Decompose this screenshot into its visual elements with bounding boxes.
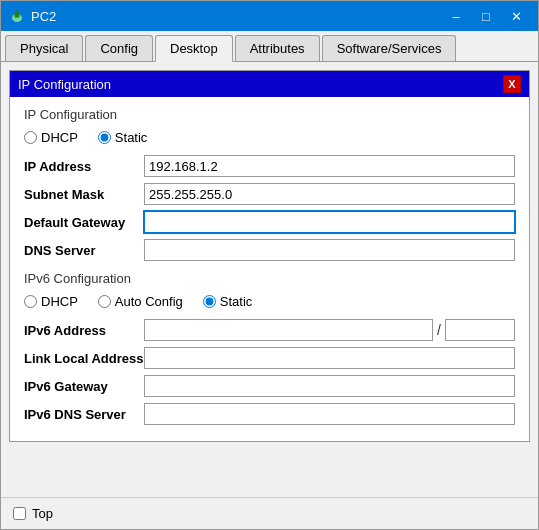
ipv6-gateway-row: IPv6 Gateway [24, 375, 515, 397]
ipv6-dns-server-label: IPv6 DNS Server [24, 407, 144, 422]
ipv6-auto-config-option[interactable]: Auto Config [98, 294, 183, 309]
ipv6-address-suffix-input[interactable] [445, 319, 515, 341]
tab-content: IP Configuration X IP Configuration DHCP… [1, 62, 538, 497]
ipv6-address-inputs: / [144, 319, 515, 341]
ipv6-dns-server-input[interactable] [144, 403, 515, 425]
default-gateway-row: Default Gateway [24, 211, 515, 233]
tab-desktop[interactable]: Desktop [155, 35, 233, 62]
main-window: PC2 – □ ✕ Physical Config Desktop Attrib… [0, 0, 539, 530]
ipv4-dhcp-option[interactable]: DHCP [24, 130, 78, 145]
dialog-close-button[interactable]: X [503, 75, 521, 93]
dialog-title: IP Configuration [18, 77, 111, 92]
ipv4-dhcp-label: DHCP [41, 130, 78, 145]
subnet-mask-input[interactable] [144, 183, 515, 205]
ipv4-section-label: IP Configuration [24, 107, 515, 122]
minimize-button[interactable]: – [442, 5, 470, 27]
ipv4-static-label: Static [115, 130, 148, 145]
subnet-mask-label: Subnet Mask [24, 187, 144, 202]
tab-software-services[interactable]: Software/Services [322, 35, 457, 61]
ipv6-dns-server-row: IPv6 DNS Server [24, 403, 515, 425]
tab-bar: Physical Config Desktop Attributes Softw… [1, 31, 538, 62]
default-gateway-label: Default Gateway [24, 215, 144, 230]
ipv6-auto-config-label: Auto Config [115, 294, 183, 309]
maximize-button[interactable]: □ [472, 5, 500, 27]
dns-server-label: DNS Server [24, 243, 144, 258]
ipv6-address-label: IPv6 Address [24, 323, 144, 338]
ipv4-mode-group: DHCP Static [24, 130, 515, 145]
tab-config[interactable]: Config [85, 35, 153, 61]
window-title: PC2 [31, 9, 442, 24]
ipv4-static-option[interactable]: Static [98, 130, 148, 145]
dialog-title-bar: IP Configuration X [10, 71, 529, 97]
ipv6-separator: / [437, 322, 441, 338]
ip-config-dialog: IP Configuration X IP Configuration DHCP… [9, 70, 530, 442]
top-checkbox-item[interactable]: Top [13, 506, 53, 521]
ipv6-static-label: Static [220, 294, 253, 309]
ipv6-dhcp-label: DHCP [41, 294, 78, 309]
title-bar: PC2 – □ ✕ [1, 1, 538, 31]
tab-physical[interactable]: Physical [5, 35, 83, 61]
dns-server-row: DNS Server [24, 239, 515, 261]
default-gateway-input[interactable] [144, 211, 515, 233]
ipv6-gateway-label: IPv6 Gateway [24, 379, 144, 394]
bottom-bar: Top [1, 497, 538, 529]
ip-address-input[interactable] [144, 155, 515, 177]
ipv6-address-main-input[interactable] [144, 319, 433, 341]
ipv6-mode-group: DHCP Auto Config Static [24, 294, 515, 309]
top-checkbox-label: Top [32, 506, 53, 521]
app-icon [9, 8, 25, 24]
ipv6-static-option[interactable]: Static [203, 294, 253, 309]
ipv6-address-row: IPv6 Address / [24, 319, 515, 341]
ipv6-section-label: IPv6 Configuration [24, 271, 131, 286]
ipv6-dhcp-option[interactable]: DHCP [24, 294, 78, 309]
window-controls: – □ ✕ [442, 5, 530, 27]
close-button[interactable]: ✕ [502, 5, 530, 27]
link-local-address-row: Link Local Address [24, 347, 515, 369]
ipv6-divider: IPv6 Configuration [24, 271, 515, 286]
tab-attributes[interactable]: Attributes [235, 35, 320, 61]
subnet-mask-row: Subnet Mask [24, 183, 515, 205]
ipv6-gateway-input[interactable] [144, 375, 515, 397]
dialog-body: IP Configuration DHCP Static IP Address [10, 97, 529, 441]
top-checkbox[interactable] [13, 507, 26, 520]
ip-address-row: IP Address [24, 155, 515, 177]
dns-server-input[interactable] [144, 239, 515, 261]
ip-address-label: IP Address [24, 159, 144, 174]
link-local-address-input[interactable] [144, 347, 515, 369]
link-local-address-label: Link Local Address [24, 351, 144, 366]
